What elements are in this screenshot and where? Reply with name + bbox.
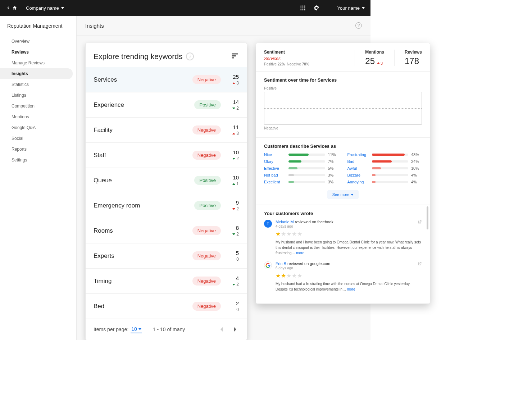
home-icon[interactable] (12, 5, 17, 10)
see-more-button[interactable]: See more (327, 190, 359, 199)
describe-word[interactable]: Bizzare (347, 173, 369, 177)
keyword-row[interactable]: ExpertsNegative50 (86, 243, 247, 269)
page-title: Insights (85, 23, 104, 29)
keyword-stats: 42 (227, 275, 239, 287)
sentiment-badge: Positive (194, 201, 221, 210)
describe-section: Customers describe Services as Nice11%Ok… (256, 138, 430, 205)
describe-pct: 7% (328, 159, 339, 164)
topbar-right: Your name (300, 0, 365, 16)
keyword-row[interactable]: RoomsNegative82 (86, 218, 247, 243)
describe-word[interactable]: Not bad (264, 173, 286, 177)
describe-row: Nice11% (264, 152, 339, 157)
sidebar-item-overview[interactable]: Overview (0, 36, 76, 47)
keywords-title: Explore trending keywords (94, 52, 182, 61)
keyword-count: 10 (227, 149, 239, 155)
sidebar-item-google-q&a[interactable]: Google Q&A (0, 122, 76, 133)
external-link-icon[interactable] (417, 220, 422, 224)
svg-point-1 (302, 5, 303, 6)
apps-icon[interactable] (300, 5, 306, 11)
keyword-count: 8 (227, 225, 239, 231)
describe-word[interactable]: Frustrating (347, 152, 369, 157)
chevron-down-icon (351, 194, 354, 196)
sidebar-item-insights[interactable]: Insights (0, 68, 73, 79)
keyword-trend: 2 (227, 282, 239, 287)
reviews-value: 178 (405, 56, 422, 66)
items-per-page-label: Items per page: (94, 327, 128, 332)
keyword-name: Queue (94, 177, 194, 184)
describe-bar (288, 181, 325, 183)
sidebar-item-competition[interactable]: Competition (0, 101, 76, 111)
keyword-row[interactable]: ServicesNegative253 (86, 67, 247, 92)
scrollbar[interactable] (427, 206, 428, 229)
sidebar-item-manage-reviews[interactable]: Manage Reviews (0, 58, 76, 68)
reviews-label: Reviews (405, 50, 422, 55)
reviewer-name[interactable]: Melanie M (276, 220, 294, 224)
keyword-name: Timing (94, 278, 192, 285)
keyword-row[interactable]: FacilityNegative113 (86, 118, 247, 143)
more-link[interactable]: more (346, 287, 355, 291)
keyword-name: Experience (94, 101, 194, 109)
mentions-value: 25 3 (365, 56, 384, 66)
items-per-page-select[interactable]: 10 (131, 325, 142, 333)
keyword-trend: 1 (227, 181, 239, 186)
sentiment-badge: Negative (192, 251, 221, 260)
keyword-row[interactable]: TimingNegative42 (86, 269, 247, 294)
describe-word[interactable]: Excellent (264, 180, 286, 184)
sidebar-item-listings[interactable]: Listings (0, 90, 76, 101)
describe-pct: 3% (328, 180, 339, 184)
keyword-trend: 3 (227, 81, 239, 86)
keyword-count: 2 (227, 300, 239, 306)
describe-word[interactable]: Annoying (347, 180, 369, 184)
help-icon[interactable]: ? (355, 22, 362, 29)
external-link-icon[interactable] (417, 261, 422, 266)
user-dropdown[interactable]: Your name (327, 0, 365, 16)
describe-row: Okay7% (264, 159, 339, 164)
keyword-row[interactable]: Emergency roomPositive92 (86, 193, 247, 218)
more-link[interactable]: more (295, 251, 304, 255)
sidebar-item-settings[interactable]: Settings (0, 155, 76, 165)
content: Explore trending keywords i ServicesNega… (77, 36, 370, 340)
svg-point-4 (302, 8, 303, 9)
user-name: Your name (337, 5, 360, 11)
star-rating: ★★★★★ (276, 272, 422, 279)
pager-next[interactable] (232, 326, 239, 333)
keyword-row[interactable]: BedNegative20 (86, 294, 247, 319)
describe-bar (372, 181, 409, 183)
sentiment-col: Sentiment Services Positive 22% Negative… (264, 50, 345, 66)
back-icon[interactable] (6, 5, 11, 10)
sidebar-item-reports[interactable]: Reports (0, 144, 76, 155)
keyword-row[interactable]: StaffNegative102 (86, 143, 247, 168)
describe-row: Annoying4% (347, 180, 422, 184)
keyword-trend: 3 (227, 131, 239, 136)
pager-range: 1 - 10 of many (153, 327, 185, 332)
pager-prev[interactable] (218, 326, 225, 333)
describe-word[interactable]: Nice (264, 152, 286, 157)
chevron-down-icon (61, 7, 64, 9)
svg-point-0 (300, 5, 301, 6)
sidebar-item-statistics[interactable]: Statistics (0, 79, 76, 90)
keyword-stats: 102 (227, 149, 239, 161)
keyword-name: Emergency room (94, 202, 194, 209)
sidebar-item-social[interactable]: Social (0, 133, 76, 144)
company-dropdown[interactable]: Company name (26, 5, 64, 11)
svg-rect-9 (232, 54, 238, 55)
star-icon: ★ (286, 230, 291, 237)
star-rating: ★★★★★ (276, 230, 422, 237)
sidebar-item-mentions[interactable]: Mentions (0, 111, 76, 122)
describe-word[interactable]: Okay (264, 159, 286, 164)
describe-word[interactable]: Bad (347, 159, 369, 164)
sidebar-item-reviews[interactable]: Reviews (0, 47, 76, 58)
mentions-label: Mentions (365, 50, 384, 55)
keyword-row[interactable]: ExperiencePositive142 (86, 92, 247, 118)
describe-word[interactable]: Awful (347, 166, 369, 170)
info-icon[interactable]: i (186, 52, 194, 60)
keyword-trend: 2 (227, 206, 239, 211)
gear-icon[interactable] (313, 5, 320, 11)
svg-point-8 (304, 9, 305, 10)
keyword-row[interactable]: QueuePositive101 (86, 168, 247, 193)
sort-icon[interactable] (231, 52, 239, 61)
reviewer-name[interactable]: Erin B (276, 261, 286, 266)
describe-word[interactable]: Effective (264, 166, 286, 170)
keyword-count: 25 (227, 74, 239, 80)
axis-positive: Positive (264, 86, 422, 90)
